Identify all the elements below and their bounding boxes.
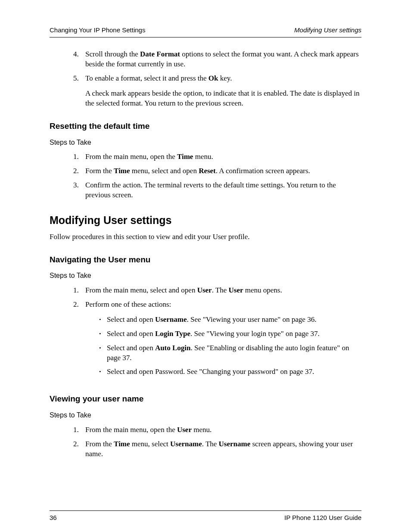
reset-step-2: 2. Form the Time menu, select and open R… [73, 166, 361, 176]
view-steps: 1. From the main menu, open the User men… [73, 425, 361, 459]
list-item: Select and open Auto Login. See "Enablin… [99, 343, 361, 363]
list-item: Select and open Password. See "Changing … [99, 367, 361, 377]
view-step-2: 2. From the Time menu, select Username. … [73, 439, 361, 459]
step-number: 5. [73, 74, 85, 109]
step-4: 4. Scroll through the Date Format option… [73, 50, 361, 69]
steps-to-take-label: Steps to Take [50, 138, 361, 147]
step-5: 5. To enable a format, select it and pre… [73, 74, 361, 109]
date-format-steps-continued: 4. Scroll through the Date Format option… [73, 50, 361, 109]
page-number: 36 [50, 513, 57, 522]
nav-step-2: 2. Perform one of these actions: Select … [73, 300, 361, 382]
steps-to-take-label: Steps to Take [50, 411, 361, 420]
heading-navigating-user-menu: Navigating the User menu [50, 254, 361, 265]
nav-actions-list: Select and open Username. See "Viewing y… [85, 315, 361, 377]
header-left: Changing Your IP Phone Settings [50, 26, 145, 34]
heading-viewing-user-name: Viewing your user name [50, 393, 361, 404]
page-footer: 36 IP Phone 1120 User Guide [50, 510, 361, 522]
page-header: Changing Your IP Phone Settings Modifyin… [50, 26, 361, 37]
footer-title: IP Phone 1120 User Guide [284, 513, 361, 522]
heading-resetting-default-time: Resetting the default time [50, 121, 361, 132]
nav-step-1: 1. From the main menu, select and open U… [73, 286, 361, 296]
reset-step-1: 1. From the main menu, open the Time men… [73, 152, 361, 162]
step-body: Scroll through the Date Format options t… [85, 50, 361, 69]
step-body: To enable a format, select it and press … [85, 74, 361, 109]
page-content: 4. Scroll through the Date Format option… [50, 50, 361, 459]
heading-modifying-user-settings: Modifying User settings [50, 213, 361, 228]
nav-steps: 1. From the main menu, select and open U… [73, 286, 361, 382]
view-step-1: 1. From the main menu, open the User men… [73, 425, 361, 435]
step-number: 4. [73, 50, 85, 69]
reset-steps: 1. From the main menu, open the Time men… [73, 152, 361, 200]
list-item: Select and open Login Type. See "Viewing… [99, 329, 361, 339]
steps-to-take-label: Steps to Take [50, 271, 361, 280]
list-item: Select and open Username. See "Viewing y… [99, 315, 361, 325]
header-right: Modifying User settings [294, 26, 361, 34]
reset-step-3: 3. Confirm the action. The terminal reve… [73, 180, 361, 200]
modify-intro: Follow procedures in this section to vie… [50, 232, 361, 242]
